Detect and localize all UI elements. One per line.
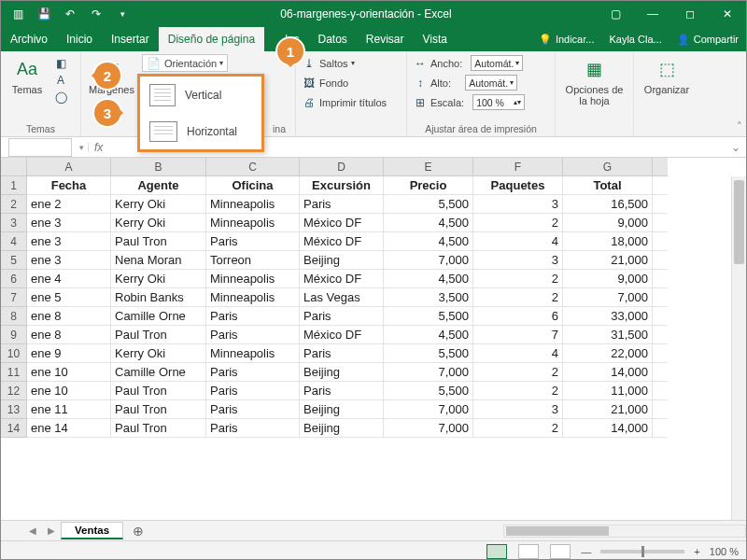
data-cell[interactable]: 2 — [473, 214, 563, 232]
data-cell[interactable]: 7 — [473, 326, 563, 344]
col-header-A[interactable]: A — [27, 158, 111, 176]
data-cell[interactable]: 5,500 — [384, 382, 473, 400]
ribbon-options-icon[interactable]: ▢ — [597, 1, 634, 27]
data-cell[interactable]: ene 3 — [27, 251, 111, 270]
data-cell[interactable]: Kerry Oki — [111, 214, 206, 232]
data-cell[interactable]: 3 — [473, 251, 563, 270]
data-cell[interactable]: 9,000 — [563, 270, 653, 288]
tab-datos[interactable]: Datos — [308, 27, 356, 51]
data-cell[interactable]: Paris — [300, 344, 384, 363]
zoom-in-button[interactable]: + — [694, 546, 699, 557]
row-header-9[interactable]: 9 — [1, 326, 27, 344]
data-cell[interactable]: ene 14 — [27, 419, 111, 438]
data-cell[interactable]: Kerry Oki — [111, 344, 206, 363]
data-cell[interactable]: México DF — [300, 270, 384, 288]
zoom-level[interactable]: 100 % — [710, 546, 739, 557]
data-cell[interactable]: ene 11 — [27, 400, 111, 419]
data-cell[interactable]: 22,000 — [563, 344, 653, 363]
header-cell[interactable]: Oficina — [206, 176, 300, 195]
col-header-D[interactable]: D — [300, 158, 384, 176]
imprimir-titulos-button[interactable]: 🖨Imprimir títulos — [302, 93, 401, 111]
tab-archivo[interactable]: Archivo — [1, 27, 57, 51]
effects-icon[interactable]: ◯ — [53, 90, 68, 105]
row-header-10[interactable]: 10 — [1, 344, 27, 363]
data-cell[interactable]: Camille Orne — [111, 363, 206, 382]
data-cell[interactable]: 11,000 — [563, 382, 653, 400]
data-cell[interactable]: México DF — [300, 214, 384, 232]
col-header-C[interactable]: C — [206, 158, 300, 176]
tab-revisar[interactable]: Revisar — [357, 27, 414, 51]
data-cell[interactable]: 7,000 — [384, 400, 473, 419]
save-icon[interactable]: 💾 — [31, 3, 57, 25]
data-cell[interactable]: 7,000 — [563, 288, 653, 307]
header-cell[interactable]: Paquetes — [473, 176, 563, 195]
tab-inicio[interactable]: Inicio — [57, 27, 102, 51]
row-header-8[interactable]: 8 — [1, 307, 27, 326]
col-header-F[interactable]: F — [473, 158, 563, 176]
header-cell[interactable]: Excursión — [300, 176, 384, 195]
data-cell[interactable]: México DF — [300, 326, 384, 344]
opciones-hoja-button[interactable]: ▦ Opciones de la hoja — [561, 54, 627, 108]
data-cell[interactable]: ene 9 — [27, 344, 111, 363]
alto-select[interactable]: Automát.▾ — [465, 75, 517, 91]
data-cell[interactable]: 5,500 — [384, 344, 473, 363]
data-cell[interactable]: 9,000 — [563, 214, 653, 232]
data-cell[interactable]: Paul Tron — [111, 382, 206, 400]
data-cell[interactable]: 3,500 — [384, 288, 473, 307]
undo-icon[interactable]: ↶ — [57, 3, 83, 25]
data-cell[interactable]: Paris — [206, 307, 300, 326]
data-cell[interactable]: México DF — [300, 232, 384, 251]
data-cell[interactable]: Minneapolis — [206, 344, 300, 363]
data-cell[interactable]: Paris — [300, 307, 384, 326]
data-cell[interactable]: 14,000 — [563, 363, 653, 382]
row-header-1[interactable]: 1 — [1, 176, 27, 195]
minimize-icon[interactable]: — — [634, 1, 671, 27]
view-normal-icon[interactable] — [486, 544, 507, 559]
redo-icon[interactable]: ↷ — [83, 3, 109, 25]
row-header-2[interactable]: 2 — [1, 195, 27, 214]
zoom-out-button[interactable]: — — [581, 546, 591, 557]
data-cell[interactable]: Nena Moran — [111, 251, 206, 270]
data-cell[interactable]: Paris — [206, 400, 300, 419]
qa-customize-icon[interactable]: ▾ — [109, 3, 135, 25]
data-cell[interactable]: 4,500 — [384, 232, 473, 251]
data-cell[interactable]: Beijing — [300, 363, 384, 382]
tab-diseno-pagina[interactable]: Diseño de página — [159, 27, 264, 51]
row-header-3[interactable]: 3 — [1, 214, 27, 232]
data-cell[interactable]: 7,000 — [384, 419, 473, 438]
row-header-11[interactable]: 11 — [1, 363, 27, 382]
data-cell[interactable]: ene 5 — [27, 288, 111, 307]
data-cell[interactable]: 3 — [473, 195, 563, 214]
data-cell[interactable]: 5,500 — [384, 307, 473, 326]
row-header-13[interactable]: 13 — [1, 400, 27, 419]
fonts-icon[interactable]: A — [53, 73, 68, 88]
data-cell[interactable]: ene 10 — [27, 363, 111, 382]
data-cell[interactable]: 4 — [473, 344, 563, 363]
data-cell[interactable]: 5,500 — [384, 195, 473, 214]
data-cell[interactable]: Kerry Oki — [111, 270, 206, 288]
fondo-button[interactable]: 🖼Fondo — [302, 74, 401, 91]
view-pagebreak-icon[interactable] — [550, 544, 571, 559]
saltos-button[interactable]: ⤓Saltos▾ — [302, 54, 401, 72]
data-cell[interactable]: Beijing — [300, 400, 384, 419]
data-cell[interactable]: Minneapolis — [206, 270, 300, 288]
data-cell[interactable]: 16,500 — [563, 195, 653, 214]
data-cell[interactable]: 18,000 — [563, 232, 653, 251]
data-cell[interactable]: Kerry Oki — [111, 195, 206, 214]
col-header-E[interactable]: E — [384, 158, 473, 176]
data-cell[interactable]: Paris — [206, 232, 300, 251]
user-name[interactable]: Kayla Cla... — [601, 27, 669, 51]
horizontal-scrollbar[interactable] — [503, 525, 746, 538]
data-cell[interactable]: 3 — [473, 400, 563, 419]
view-layout-icon[interactable] — [518, 544, 539, 559]
data-cell[interactable]: Paris — [206, 326, 300, 344]
data-cell[interactable]: Las Vegas — [300, 288, 384, 307]
data-cell[interactable]: 7,000 — [384, 251, 473, 270]
row-header-7[interactable]: 7 — [1, 288, 27, 307]
data-cell[interactable]: Minneapolis — [206, 288, 300, 307]
orient-horizontal-item[interactable]: Horizontal — [140, 114, 261, 149]
organizar-button[interactable]: ⬚ Organizar — [640, 54, 694, 97]
data-cell[interactable]: Paris — [206, 363, 300, 382]
share-button[interactable]: 👤Compartir — [669, 27, 746, 51]
close-icon[interactable]: ✕ — [709, 1, 746, 27]
